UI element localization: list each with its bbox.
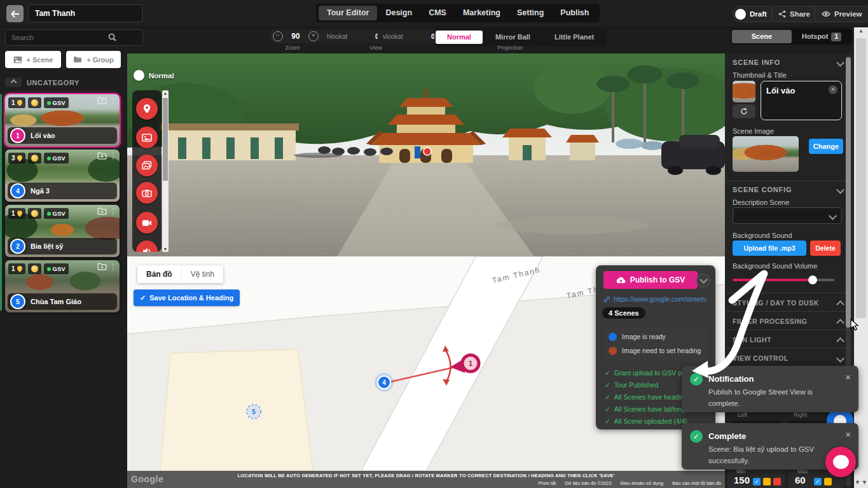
add-group-button[interactable]: + Group <box>66 51 121 68</box>
section-view-control[interactable]: VIEW CONTROL <box>725 348 853 367</box>
check-icon-blue[interactable]: ✓ <box>753 478 761 485</box>
map-marker-scene-5[interactable]: 5 <box>247 405 261 419</box>
tour-title-input[interactable] <box>28 4 142 22</box>
close-icon[interactable]: × <box>845 372 851 382</box>
save-location-heading-button[interactable]: ✓ Save Location & Heading <box>134 289 240 306</box>
gsv-status-dot <box>47 157 51 160</box>
add-scene-button[interactable]: + Scene <box>5 51 61 68</box>
tab-publish[interactable]: Publish <box>552 6 597 20</box>
projection-little-planet[interactable]: Little Planet <box>543 31 605 44</box>
hotspot-image-tool[interactable] <box>136 127 158 148</box>
hotspot-extra-tool[interactable] <box>136 241 158 252</box>
close-icon[interactable]: × <box>845 429 851 440</box>
hotspot-gallery-tool[interactable] <box>136 155 158 176</box>
change-image-button[interactable]: Change <box>809 139 843 154</box>
chat-button[interactable] <box>825 447 856 477</box>
panorama-viewer[interactable]: Normal ▲ ▼ <box>127 53 725 256</box>
clear-title-icon[interactable]: × <box>829 85 837 94</box>
min-field[interactable]: Min 150 ✓ <box>727 466 785 488</box>
tab-scene[interactable]: Scene <box>732 30 792 43</box>
sound-icon <box>142 247 151 252</box>
map-shortcuts-link[interactable]: Phím tắt <box>538 480 556 486</box>
card-menu-icon[interactable]: ⋮ <box>109 208 117 214</box>
tool-rail-scrollbar[interactable]: ▲ ▼ <box>162 90 169 252</box>
map-tab-ve-tinh[interactable]: Vệ tinh <box>181 265 223 283</box>
card-menu-icon[interactable]: ⋮ <box>109 263 117 270</box>
warning-icon-yellow[interactable] <box>763 478 771 485</box>
scene-card-chua-tam-giao[interactable]: 1 GSV ⋮ 5 Chùa Tam Giáo <box>5 260 120 312</box>
vlookat-field[interactable]: vlookat 0 <box>378 29 440 43</box>
slider-thumb[interactable] <box>808 275 817 284</box>
window-scrollbar[interactable]: ▲ ▼ ▼ <box>854 27 868 488</box>
upload-mp3-button[interactable]: Upload file .mp3 <box>733 241 806 256</box>
move-to-folder-icon[interactable] <box>97 263 107 270</box>
map-terms-link[interactable]: Điều khoản sử dụng <box>621 480 664 486</box>
tab-cms[interactable]: CMS <box>420 6 455 20</box>
volume-slider[interactable] <box>733 279 834 281</box>
tab-design[interactable]: Design <box>377 6 420 20</box>
projection-mirror-ball[interactable]: Mirror Ball <box>484 31 542 44</box>
view-mode-chip[interactable]: Normal <box>134 70 174 81</box>
zoom-in-icon[interactable]: + <box>308 31 319 41</box>
back-button[interactable] <box>6 5 24 22</box>
tab-marketing[interactable]: Marketing <box>455 6 509 20</box>
section-day-to-dusk[interactable]: STYLING / DAY TO DUSK <box>725 293 853 312</box>
projection-normal[interactable]: Normal <box>436 31 483 44</box>
chevron-down-icon[interactable] <box>836 186 844 194</box>
scrollbar-thumb[interactable] <box>163 98 168 181</box>
share-icon <box>778 10 786 18</box>
scene-number-badge: 2 <box>10 239 25 254</box>
gsv-link[interactable]: https://www.google.com/streetview <box>603 295 708 303</box>
card-menu-icon[interactable]: ⋮ <box>109 97 117 104</box>
section-filter-processing[interactable]: FILTER PROCESSING <box>725 311 853 330</box>
refresh-thumbnail-button[interactable] <box>733 104 755 118</box>
description-select[interactable] <box>733 207 842 224</box>
map-report-link[interactable]: Báo cáo một lỗi bản đồ <box>672 480 721 486</box>
scene-config-header[interactable]: SCENE CONFIG <box>733 186 792 193</box>
hotspot-point-tool[interactable] <box>136 98 158 120</box>
scene-hotspot-marker[interactable] <box>424 148 431 155</box>
move-to-folder-icon[interactable] <box>97 97 107 104</box>
scene-image-preview[interactable] <box>733 136 799 172</box>
move-to-folder-icon[interactable] <box>97 152 107 160</box>
chevron-down-icon[interactable] <box>836 59 844 67</box>
delete-sound-button[interactable]: Delete <box>810 241 841 256</box>
card-menu-icon[interactable]: ⋮ <box>109 153 117 159</box>
scroll-down-icon[interactable]: ▼ <box>855 479 860 485</box>
scroll-up-icon[interactable]: ▲ <box>854 28 868 34</box>
scene-thumbnail[interactable] <box>733 81 755 102</box>
scene-card-nga-3[interactable]: 3 GSV ⋮ 4 Ngã 3 <box>5 150 120 202</box>
move-to-folder-icon[interactable] <box>97 207 107 215</box>
publish-to-gsv-button[interactable]: Publish to GSV <box>603 271 698 289</box>
scroll-down-icon[interactable]: ▼ <box>862 479 867 485</box>
collapse-group-icon[interactable] <box>5 78 22 87</box>
hotspot-photo-tool[interactable] <box>136 182 158 204</box>
scene-info-header[interactable]: SCENE INFO <box>733 59 780 66</box>
close-icon-red[interactable] <box>773 478 781 485</box>
scene-card-loi-vao[interactable]: 1 GSV ⋮ 1 Lối vào <box>5 94 120 146</box>
share-button[interactable]: Share <box>771 6 817 22</box>
zoom-out-icon[interactable]: − <box>273 31 283 41</box>
zoom-value[interactable]: 90 <box>291 32 300 41</box>
section-sun-light[interactable]: SUN LIGHT <box>725 330 853 349</box>
tab-tour-editor[interactable]: Tour Editor <box>319 6 377 20</box>
search-input[interactable] <box>5 29 143 46</box>
warning-icon-yellow[interactable] <box>824 478 832 485</box>
map-marker-scene-4[interactable]: 4 <box>375 373 394 392</box>
scene-title-input[interactable]: Lối vào × <box>761 81 842 120</box>
scrollbar-thumb[interactable] <box>856 38 866 318</box>
check-icon-blue[interactable]: ✓ <box>814 478 822 485</box>
hlookat-field[interactable]: hlookat 0 <box>322 29 384 43</box>
scene-card-bia-liet-sy[interactable]: 1 GSV ⋮ 2 Bia liệt sỹ <box>5 205 120 257</box>
tab-setting[interactable]: Setting <box>509 6 552 20</box>
draft-toggle[interactable]: Draft <box>733 6 774 22</box>
publish-options-chevron[interactable] <box>696 274 710 288</box>
map-tab-ban-do[interactable]: Bản đồ <box>137 265 181 283</box>
group-header-uncategory[interactable]: UNCATEGORY <box>5 78 79 87</box>
scroll-down-icon[interactable]: ▼ <box>162 247 169 251</box>
scrollbar-thumb[interactable] <box>846 57 851 328</box>
scroll-up-icon[interactable]: ▲ <box>162 91 169 95</box>
tab-hotspot[interactable]: Hotspot 1 <box>792 30 851 43</box>
hotspot-video-tool[interactable] <box>136 212 158 234</box>
preview-button[interactable]: Preview <box>815 6 868 22</box>
